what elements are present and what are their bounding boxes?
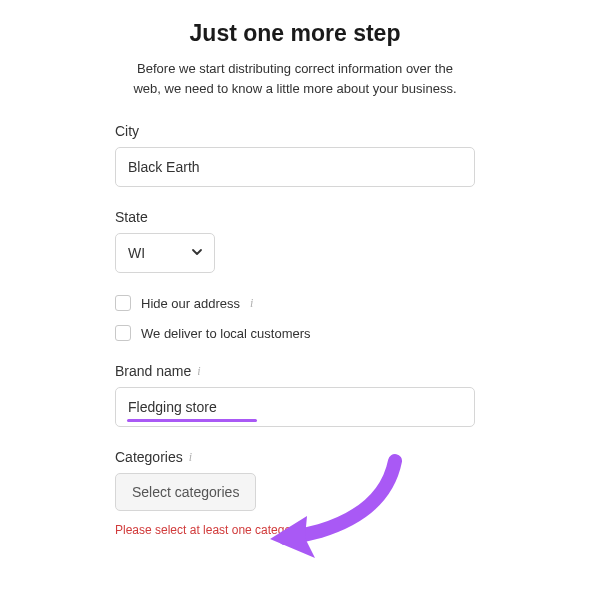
annotation-underline bbox=[127, 419, 257, 422]
info-icon[interactable]: i bbox=[189, 450, 192, 465]
deliver-local-checkbox[interactable] bbox=[115, 325, 131, 341]
city-field-group: City bbox=[115, 123, 475, 187]
page-subtitle: Before we start distributing correct inf… bbox=[122, 59, 468, 98]
categories-label: Categories bbox=[115, 449, 183, 465]
hide-address-label: Hide our address bbox=[141, 296, 240, 311]
state-label: State bbox=[115, 209, 475, 225]
select-categories-button[interactable]: Select categories bbox=[115, 473, 256, 511]
page-title: Just one more step bbox=[115, 20, 475, 47]
state-field-group: State WI bbox=[115, 209, 475, 273]
city-input[interactable] bbox=[115, 147, 475, 187]
brand-field-group: Brand name i bbox=[115, 363, 475, 427]
info-icon[interactable]: i bbox=[250, 296, 253, 311]
state-select-wrapper: WI bbox=[115, 233, 215, 273]
categories-field-group: Categories i Select categories Please se… bbox=[115, 449, 475, 537]
deliver-local-label: We deliver to local customers bbox=[141, 326, 311, 341]
brand-label: Brand name bbox=[115, 363, 191, 379]
categories-error-text: Please select at least one category. bbox=[115, 523, 475, 537]
checkbox-group: Hide our address i We deliver to local c… bbox=[115, 295, 475, 341]
hide-address-row: Hide our address i bbox=[115, 295, 475, 311]
deliver-local-row: We deliver to local customers bbox=[115, 325, 475, 341]
city-label: City bbox=[115, 123, 475, 139]
hide-address-checkbox[interactable] bbox=[115, 295, 131, 311]
state-select[interactable]: WI bbox=[115, 233, 215, 273]
info-icon[interactable]: i bbox=[197, 364, 200, 379]
